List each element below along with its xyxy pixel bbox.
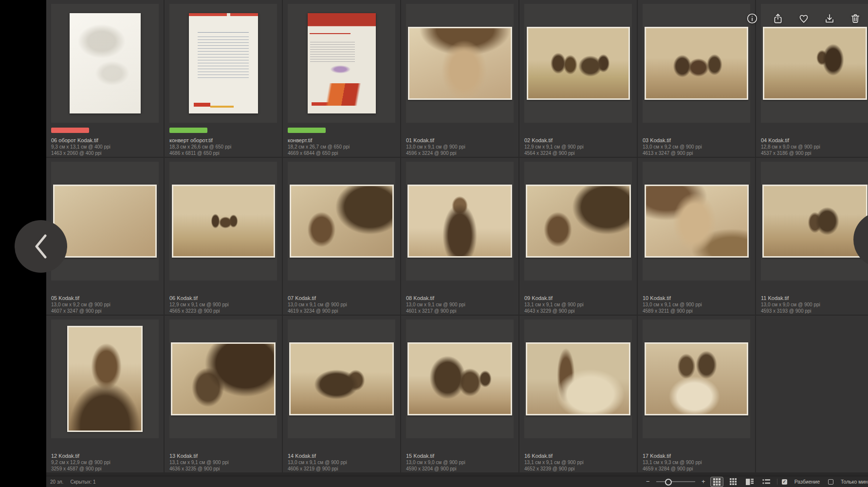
hidden-count-label: Скрытых: 1: [70, 479, 95, 485]
list-view-button[interactable]: [760, 477, 773, 487]
item-thumbnail[interactable]: [762, 185, 868, 258]
item-pixels: 4589 x 3211 @ 900 ppi: [643, 308, 750, 314]
color-tag[interactable]: [288, 128, 326, 133]
item-pixels: 4643 x 3229 @ 900 ppi: [524, 308, 632, 314]
tag-row: [406, 443, 518, 449]
item-size: 13,0 см x 9,1 см @ 900 ppi: [288, 301, 395, 308]
item-filename: 05 Kodak.tif: [51, 295, 159, 301]
chevron-left-icon: [30, 232, 52, 261]
item-thumbnail[interactable]: [645, 342, 748, 415]
item-meta: 11 Kodak.tif 13,0 см x 9,0 см @ 900 ppi …: [761, 295, 868, 314]
slider-knob-icon[interactable]: [665, 479, 672, 486]
grid-cell[interactable]: 03 Kodak.tif 13,0 см x 9,2 см @ 900 ppi …: [638, 0, 755, 157]
item-meta: 17 Kodak.tif 13,1 см x 9,3 см @ 900 ppi …: [643, 453, 750, 472]
item-size: 13,0 см x 9,1 см @ 900 ppi: [643, 301, 750, 308]
grid-cell[interactable]: 15 Kodak.tif 13,0 см x 9,0 см @ 900 ppi …: [401, 316, 518, 472]
item-thumbnail[interactable]: [308, 13, 376, 113]
item-thumbnail[interactable]: [763, 27, 867, 100]
thumbnail-well: [524, 4, 632, 123]
grid-cell[interactable]: 13 Kodak.tif 13,1 см x 9,1 см @ 900 ppi …: [165, 316, 282, 472]
zoom-in-button[interactable]: +: [701, 477, 706, 487]
item-thumbnail[interactable]: [645, 27, 748, 100]
grid-cell[interactable]: конверт оборот.tif 18,3 см x 26,6 см @ 6…: [165, 0, 282, 157]
grid-cell[interactable]: 10 Kodak.tif 13,0 см x 9,1 см @ 900 ppi …: [638, 158, 755, 315]
thumbnail-well: [406, 4, 514, 123]
item-thumbnail[interactable]: [407, 185, 512, 258]
grid-row-3: 12 Kodak.tif 9,2 см x 12,9 см @ 900 ppi …: [46, 316, 868, 472]
download-icon[interactable]: [824, 13, 835, 24]
tag-row: [761, 128, 868, 133]
share-icon[interactable]: [772, 13, 784, 24]
grid-cell[interactable]: 02 Kodak.tif 12,9 см x 9,1 см @ 900 ppi …: [519, 0, 637, 157]
delete-icon[interactable]: [850, 13, 861, 24]
item-filename: 03 Kodak.tif: [643, 137, 750, 144]
item-thumbnail[interactable]: [67, 326, 143, 432]
item-thumbnail[interactable]: [526, 342, 630, 415]
grid-cell[interactable]: 08 Kodak.tif 13,0 см x 9,1 см @ 900 ppi …: [401, 158, 518, 315]
item-size: 12,8 см x 9,0 см @ 900 ppi: [761, 144, 868, 150]
item-thumbnail[interactable]: [645, 185, 749, 258]
tag-row: [524, 128, 637, 133]
item-thumbnail[interactable]: [526, 185, 631, 258]
item-filename: конверт.tif: [288, 137, 395, 144]
grid-cell[interactable]: конверт.tif 18,2 см x 26,7 см @ 650 ppi …: [283, 0, 400, 157]
item-meta: 12 Kodak.tif 9,2 см x 12,9 см @ 900 ppi …: [51, 453, 159, 472]
thumbnail-size-slider[interactable]: [656, 481, 695, 482]
item-meta: 05 Kodak.tif 13,0 см x 9,2 см @ 900 ppi …: [51, 295, 159, 314]
grid-large-view-button[interactable]: [711, 477, 723, 487]
item-meta: 02 Kodak.tif 12,9 см x 9,1 см @ 900 ppi …: [524, 137, 632, 156]
item-thumbnail[interactable]: [408, 27, 512, 100]
item-pixels: 4565 x 3223 @ 900 ppi: [169, 308, 277, 314]
item-thumbnail[interactable]: [289, 342, 394, 415]
thumbnail-well: [643, 162, 750, 281]
grid-cell[interactable]: 01 Kodak.tif 13,0 см x 9,1 см @ 900 ppi …: [401, 0, 518, 157]
favorite-icon[interactable]: [798, 13, 810, 24]
item-size: 12,9 см x 9,1 см @ 900 ppi: [524, 144, 632, 150]
grid-cell[interactable]: 17 Kodak.tif 13,1 см x 9,3 см @ 900 ppi …: [638, 316, 755, 472]
item-thumbnail[interactable]: [407, 342, 512, 415]
item-size: 12,9 см x 9,1 см @ 900 ppi: [169, 301, 277, 308]
color-tag[interactable]: [51, 128, 89, 133]
thumbnails-only-checkbox[interactable]: [828, 479, 833, 485]
info-icon[interactable]: [746, 13, 758, 24]
tag-row: [51, 128, 164, 133]
thumbnail-well: [761, 162, 868, 281]
grid-small-view-button[interactable]: [727, 477, 739, 487]
grid-cell[interactable]: 09 Kodak.tif 13,1 см x 9,1 см @ 900 ppi …: [519, 158, 637, 315]
tag-row: [288, 443, 400, 449]
status-right: − +: [645, 477, 868, 487]
grid-cell[interactable]: 12 Kodak.tif 9,2 см x 12,9 см @ 900 ppi …: [46, 316, 164, 472]
thumbnail-well: [524, 162, 632, 281]
thumbnail-well: [288, 4, 395, 123]
grid-cell[interactable]: 06 оборот Kodak.tif 9,3 см x 13,1 см @ 4…: [46, 0, 164, 157]
color-tag[interactable]: [169, 128, 207, 133]
grid-cell[interactable]: 11 Kodak.tif 13,0 см x 9,0 см @ 900 ppi …: [756, 158, 868, 315]
item-meta: 15 Kodak.tif 13,0 см x 9,0 см @ 900 ppi …: [406, 453, 514, 472]
previous-page-button[interactable]: [15, 220, 67, 273]
item-meta: 01 Kodak.tif 13,0 см x 9,1 см @ 900 ppi …: [406, 137, 514, 156]
zoom-out-button[interactable]: −: [645, 477, 651, 487]
tag-row: [761, 285, 868, 291]
item-meta: 14 Kodak.tif 13,0 см x 9,1 см @ 900 ppi …: [288, 453, 395, 472]
item-size: 9,2 см x 12,9 см @ 900 ppi: [51, 459, 159, 466]
grid-cell[interactable]: 16 Kodak.tif 13,1 см x 9,1 см @ 900 ppi …: [519, 316, 637, 472]
grid-cell[interactable]: 14 Kodak.tif 13,0 см x 9,1 см @ 900 ppi …: [283, 316, 400, 472]
item-size: 18,2 см x 26,7 см @ 650 ppi: [288, 144, 395, 150]
split-toggle-checkbox[interactable]: ✓: [782, 479, 787, 485]
grid-cell[interactable]: 06 Kodak.tif 12,9 см x 9,1 см @ 900 ppi …: [165, 158, 282, 315]
item-thumbnail[interactable]: [70, 13, 141, 113]
item-thumbnail[interactable]: [189, 13, 258, 113]
split-view-button[interactable]: [744, 477, 756, 487]
item-thumbnail[interactable]: [290, 185, 394, 258]
item-meta: 03 Kodak.tif 13,0 см x 9,2 см @ 900 ppi …: [643, 137, 750, 156]
item-pixels: 4601 x 3217 @ 900 ppi: [406, 308, 514, 314]
item-thumbnail[interactable]: [172, 185, 275, 258]
item-thumbnail[interactable]: [53, 185, 157, 258]
grid-cell[interactable]: 07 Kodak.tif 13,0 см x 9,1 см @ 900 ppi …: [283, 158, 400, 315]
item-pixels: 4593 x 3193 @ 900 ppi: [761, 308, 868, 314]
item-filename: 06 оборот Kodak.tif: [51, 137, 159, 144]
item-thumbnail[interactable]: [527, 27, 630, 100]
item-filename: 06 Kodak.tif: [169, 295, 277, 301]
item-thumbnail[interactable]: [171, 342, 276, 415]
item-pixels: 4537 x 3186 @ 900 ppi: [761, 150, 868, 156]
